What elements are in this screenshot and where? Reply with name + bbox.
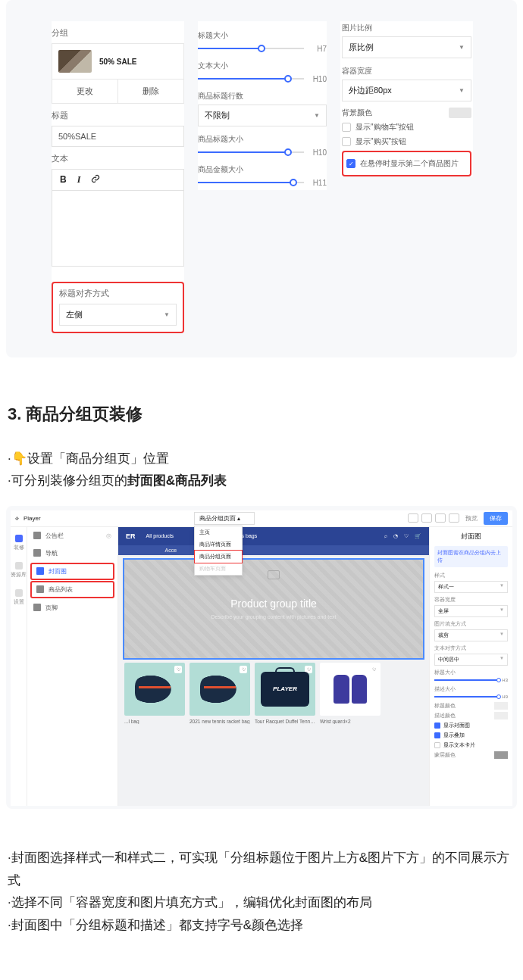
- price-size-slider[interactable]: [198, 178, 304, 187]
- mobile-icon[interactable]: [435, 513, 446, 523]
- ptitle-size-val: H10: [310, 148, 327, 157]
- placeholder-image-icon: [268, 570, 280, 579]
- ptitle-size-label: 商品标题大小: [198, 134, 327, 145]
- full-icon[interactable]: [449, 513, 459, 523]
- image-icon: [36, 567, 44, 575]
- lp-announce[interactable]: 公告栏◎: [27, 527, 117, 545]
- opt-buy[interactable]: 显示"购买"按钮: [342, 136, 471, 147]
- save-button[interactable]: 保存: [484, 512, 508, 525]
- user-icon[interactable]: ◔: [393, 533, 398, 539]
- rp-fill-select[interactable]: 裁剪: [434, 629, 508, 641]
- rtf-textarea[interactable]: [52, 191, 184, 267]
- device-icons: [408, 513, 459, 523]
- rp-width-select[interactable]: 全屏: [434, 605, 508, 617]
- title-size-label: 标题大小: [198, 30, 327, 41]
- product-1[interactable]: ♡ ...l bag: [124, 663, 185, 724]
- price-size-label: 商品金额大小: [198, 164, 327, 175]
- rp-show-overlay[interactable]: 显示叠加: [434, 732, 508, 739]
- align-label: 标题对齐方式: [59, 288, 177, 299]
- group-label: 分组: [52, 27, 184, 39]
- change-button[interactable]: 更改: [52, 80, 118, 103]
- para-2: ·选择不同「容器宽度和图片填充方式」，编辑优化封面图的布局: [8, 891, 515, 914]
- lines-label: 商品标题行数: [198, 91, 327, 101]
- ratio-label: 图片比例: [342, 23, 471, 33]
- bg-swatch[interactable]: [449, 108, 471, 118]
- cart-icon[interactable]: 🛒: [415, 533, 421, 539]
- page-dropdown-menu: 主页 商品详情页面 商品分组页面 购物车页面: [194, 526, 243, 576]
- link-icon[interactable]: [91, 174, 100, 186]
- title-color-swatch[interactable]: [494, 702, 508, 710]
- product-row: ♡ ...l bag ♡ 2021 new tennis racket bag …: [118, 663, 429, 724]
- price-size-val: H11: [310, 179, 327, 187]
- rp-show-card[interactable]: 显示文本卡片: [434, 741, 508, 749]
- title-label: 标题: [52, 110, 184, 121]
- rail-decorate[interactable]: 装修: [14, 535, 24, 551]
- preview-button[interactable]: 预览: [465, 514, 478, 523]
- lp-footer[interactable]: 页脚: [27, 599, 117, 616]
- opt-cart[interactable]: 显示"购物车"按钮: [342, 122, 471, 133]
- site-header: ER All products Tennis rackets Tennis ba…: [118, 527, 429, 545]
- lp-nav[interactable]: 导航: [27, 545, 117, 562]
- tablet-icon[interactable]: [421, 513, 432, 523]
- heart-icon: ♡: [174, 666, 182, 673]
- group-actions: 更改 删除: [52, 80, 183, 103]
- overlay-color-swatch[interactable]: [494, 751, 508, 759]
- col-group: 分组 50% SALE 更改 删除 标题 文本 B I 标题对齐方式 左侧: [52, 21, 184, 333]
- nav-all[interactable]: All products: [146, 533, 174, 538]
- pointer-emoji: 👇: [11, 451, 27, 466]
- rail-settings[interactable]: 设置: [14, 589, 24, 606]
- eye-icon: ◎: [106, 532, 111, 539]
- thumb-label: 50% SALE: [99, 58, 136, 66]
- rp-align-select[interactable]: 中间居中: [434, 654, 508, 666]
- rp-show-cover[interactable]: 显示封面图: [434, 722, 508, 729]
- align-highlight: 标题对齐方式 左侧: [52, 282, 184, 333]
- breadcrumb: Accessories > ...Acce: [118, 545, 429, 555]
- text-size-slider[interactable]: [198, 74, 304, 83]
- editor-screenshot: ⎆ Player 商品分组页面 ▴ 主页 商品详情页面 商品分组页面 购物车页面…: [6, 506, 517, 809]
- lines-select[interactable]: 不限制: [198, 105, 327, 126]
- text-label: 文本: [52, 153, 184, 164]
- ratio-select[interactable]: 原比例: [342, 36, 471, 58]
- bold-icon[interactable]: B: [60, 174, 67, 186]
- body-paragraphs: ·封面图选择样式一和样式二，可实现「分组标题位于图片上方&图片下方」的不同展示方…: [8, 847, 515, 937]
- text-size-label: 文本大小: [198, 61, 327, 71]
- cover-title: Product group title: [230, 598, 317, 610]
- cover-block[interactable]: Product group title Describe your groupi…: [124, 560, 423, 658]
- page-select[interactable]: 商品分组页面 ▴: [194, 512, 255, 525]
- ptitle-size-slider[interactable]: [198, 148, 304, 157]
- align-select[interactable]: 左侧: [59, 304, 177, 326]
- cover-desc: Describe your grouping content with pict…: [211, 614, 337, 620]
- rp-desc-slider[interactable]: H9: [434, 694, 508, 699]
- preview-canvas: ER All products Tennis rackets Tennis ba…: [118, 527, 429, 806]
- section-3-title: 3. 商品分组页装修: [8, 403, 515, 426]
- rp-title: 封面图: [434, 532, 508, 541]
- product-2[interactable]: ♡ 2021 new tennis racket bag: [189, 663, 250, 724]
- para-3: ·封面图中「分组标题和描述」都支持字号&颜色选择: [8, 914, 515, 937]
- rail-assets[interactable]: 资源库: [11, 562, 27, 579]
- dd-group[interactable]: 商品分组页面: [195, 551, 242, 563]
- heart-icon[interactable]: ♡: [404, 533, 409, 539]
- dd-detail[interactable]: 商品详情页面: [195, 538, 242, 551]
- search-icon[interactable]: ⌕: [384, 533, 387, 539]
- lp-cover[interactable]: 封面图: [30, 563, 114, 580]
- desktop-icon[interactable]: [408, 513, 418, 523]
- italic-icon[interactable]: I: [77, 174, 81, 186]
- desc-color-swatch[interactable]: [494, 712, 508, 719]
- col-options: 图片比例 原比例 容器宽度 外边距80px 背景颜色 显示"购物车"按钮 显示"…: [340, 21, 473, 176]
- delete-button[interactable]: 删除: [118, 80, 183, 103]
- opt-hover[interactable]: ✓在悬停时显示第二个商品图片: [346, 158, 467, 169]
- megaphone-icon: [33, 532, 41, 539]
- product-3[interactable]: ♡PLAYER Tour Racquet Duffel Tennis...: [255, 663, 315, 724]
- config-screenshot-1: 分组 50% SALE 更改 删除 标题 文本 B I 标题对齐方式 左侧: [6, 0, 517, 357]
- rp-style-select[interactable]: 样式一: [434, 581, 508, 593]
- product-4[interactable]: ♡ Wrist guard×2: [320, 663, 381, 724]
- lp-list[interactable]: 商品列表: [30, 581, 114, 598]
- dd-cart[interactable]: 购物车页面: [195, 563, 242, 575]
- title-size-slider[interactable]: [198, 44, 304, 53]
- rp-title-slider[interactable]: H3: [434, 678, 508, 682]
- title-input[interactable]: [52, 126, 184, 147]
- width-select[interactable]: 外边距80px: [342, 80, 471, 101]
- thumb-image: [58, 50, 92, 73]
- dd-home[interactable]: 主页: [195, 526, 242, 538]
- back-icon[interactable]: ⎆: [15, 515, 19, 522]
